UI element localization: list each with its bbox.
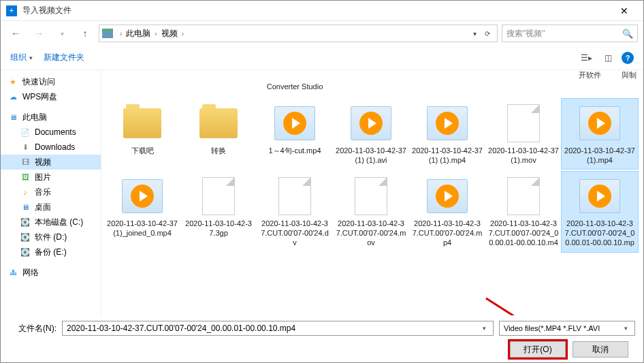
filename-field[interactable]	[67, 323, 479, 333]
file-name: 2020-11-03-10-42-37(1)_joined_0.mp4	[107, 219, 178, 238]
open-button[interactable]: 打开(O)	[510, 341, 566, 358]
file-name: 2020-11-03-10-42-37(1).mov	[488, 146, 559, 165]
breadcrumb-videos[interactable]: 视频	[161, 28, 178, 40]
folder-icon	[195, 103, 242, 144]
sidebar-item-drive-e[interactable]: 💽备份 (E:)	[1, 244, 101, 259]
sidebar-item-pictures[interactable]: 🖼图片	[1, 170, 101, 185]
chevron-down-icon[interactable]: ▾	[469, 30, 481, 37]
sidebar-item-desktop[interactable]: 🖥桌面	[1, 200, 101, 215]
pictures-icon: 🖼	[20, 172, 31, 182]
close-button[interactable]: ✕	[611, 1, 638, 21]
file-name: Converter Studio	[267, 82, 323, 92]
file-item[interactable]: 2020-11-03-10-42-37(1) (1).mp4	[409, 99, 485, 170]
navigation-sidebar: ★快速访问 ☁WPS网盘 🖥此电脑 📄Documents ⬇Downloads …	[1, 70, 101, 315]
new-folder-button[interactable]: 新建文件夹	[44, 52, 84, 63]
help-icon[interactable]: ?	[622, 52, 634, 64]
file-name: 2020-11-03-10-42-37.CUT.00'07-00'24_00.0…	[564, 219, 635, 248]
nav-recent-button[interactable]: ▾	[52, 25, 71, 42]
file-item[interactable]: 1～4句-cut.mp4	[257, 99, 333, 170]
sidebar-item-drive-c[interactable]: 💽本地磁盘 (C:)	[1, 215, 101, 230]
chevron-down-icon: ▾	[621, 325, 630, 332]
pc-icon: 🖥	[7, 112, 18, 122]
document-icon: 📄	[20, 127, 31, 137]
media-icon	[271, 103, 319, 144]
partial-text: 开软件	[579, 70, 601, 80]
cancel-button[interactable]: 取消	[573, 341, 628, 358]
desktop-icon: 🖥	[20, 202, 31, 212]
file-item[interactable]: 下载吧	[104, 99, 180, 170]
sidebar-item-wps[interactable]: ☁WPS网盘	[1, 89, 101, 104]
chevron-right-icon: ›	[180, 30, 185, 37]
file-name: 2020-11-03-10-42-37.CUT.00'07-00'24.mov	[336, 219, 406, 247]
sidebar-item-music[interactable]: ♪音乐	[1, 185, 101, 200]
svg-line-0	[486, 298, 598, 315]
media-icon	[118, 176, 166, 217]
file-item[interactable]: 2020-11-03-10-42-37(1).mov	[485, 99, 562, 170]
media-icon	[347, 103, 395, 144]
filetype-dropdown[interactable]: Video files(*.MP4 *.FLV *.AVI ▾	[499, 321, 635, 336]
videos-location-icon	[102, 29, 113, 38]
file-item[interactable]: 2020-11-03-10-42-37.CUT.00'07-00'24.mov	[333, 172, 409, 252]
download-icon: ⬇	[20, 142, 31, 152]
blank-icon	[195, 176, 242, 217]
file-item[interactable]: Converter Studio	[257, 70, 333, 96]
music-icon: ♪	[20, 187, 31, 197]
nav-up-button[interactable]: ↑	[76, 25, 95, 42]
file-name: 1～4句-cut.mp4	[268, 146, 321, 156]
file-name: 2020-11-03-10-42-37(1).mp4	[564, 146, 635, 165]
sidebar-item-network[interactable]: 🖧网络	[1, 265, 101, 280]
sidebar-item-quick-access[interactable]: ★快速访问	[1, 74, 101, 89]
file-name: 2020-11-03-10-42-37.3gp	[183, 219, 254, 238]
file-name: 2020-11-03-10-42-37.CUT.00'07-00'24.mp4	[412, 219, 483, 247]
sidebar-item-videos[interactable]: 🎞视频	[1, 155, 101, 170]
nav-forward-button[interactable]: →	[29, 25, 48, 42]
file-name: 2020-11-03-10-42-37(1) (1).avi	[336, 146, 406, 165]
media-icon	[576, 103, 624, 144]
file-name: 2020-11-03-10-42-37.CUT.00'07-00'24_00.0…	[488, 219, 559, 248]
file-name: 2020-11-03-10-42-37(1) (1).mp4	[412, 146, 483, 165]
file-item[interactable]: 2020-11-03-10-42-37.CUT.00'07-00'24.dv	[257, 172, 333, 252]
file-item[interactable]: 2020-11-03-10-42-37.3gp	[180, 172, 257, 252]
blank-icon	[500, 176, 547, 217]
organize-menu[interactable]: 组织 ▾	[10, 52, 33, 63]
file-item[interactable]: 2020-11-03-10-42-37(1)_joined_0.mp4	[104, 172, 180, 252]
view-options-icon[interactable]: ☰▸	[578, 51, 594, 65]
chevron-down-icon[interactable]: ▾	[479, 325, 489, 332]
file-name: 转换	[211, 146, 226, 156]
file-item[interactable]: 2020-11-03-10-42-37.CUT.00'07-00'24_00.0…	[485, 172, 562, 252]
folder-icon	[118, 103, 166, 144]
cloud-icon: ☁	[7, 92, 18, 101]
partial-text: 與制	[622, 70, 637, 80]
preview-pane-icon[interactable]: ◫	[600, 51, 616, 65]
sidebar-item-drive-d[interactable]: 💽软件 (D:)	[1, 230, 101, 244]
nav-back-button[interactable]: ←	[6, 25, 25, 42]
chevron-right-icon: ›	[153, 30, 158, 37]
window-title: 导入视频文件	[22, 5, 71, 16]
sidebar-item-downloads[interactable]: ⬇Downloads	[1, 140, 101, 155]
file-pane[interactable]: Converter Studio下载吧转换1～4句-cut.mp42020-11…	[101, 70, 643, 315]
media-icon	[576, 176, 624, 217]
app-icon: +	[6, 5, 17, 16]
file-item[interactable]: 2020-11-03-10-42-37(1) (1).avi	[333, 99, 409, 170]
annotation-arrow	[483, 295, 619, 315]
file-name: 下载吧	[131, 146, 154, 156]
file-item[interactable]: 2020-11-03-10-42-37(1).mp4	[562, 99, 638, 170]
refresh-icon[interactable]: ⟳	[481, 30, 494, 37]
sidebar-item-documents[interactable]: 📄Documents	[1, 125, 101, 140]
search-icon[interactable]: 🔍	[622, 29, 633, 39]
breadcrumb-pc[interactable]: 此电脑	[126, 28, 150, 40]
sidebar-item-this-pc[interactable]: 🖥此电脑	[1, 110, 101, 125]
drive-icon: 💽	[20, 232, 31, 242]
media-icon	[423, 176, 471, 217]
media-icon	[423, 103, 471, 144]
drive-icon: 💽	[20, 217, 31, 227]
search-input[interactable]: 🔍	[502, 25, 638, 42]
search-field[interactable]	[506, 29, 622, 38]
network-icon: 🖧	[7, 268, 18, 277]
breadcrumb[interactable]: › 此电脑 › 视频 › ▾⟳	[99, 25, 498, 42]
file-item[interactable]: 转换	[180, 99, 257, 170]
filename-input[interactable]: ▾	[62, 321, 494, 336]
file-item[interactable]: 2020-11-03-10-42-37.CUT.00'07-00'24.mp4	[409, 172, 485, 252]
blank-icon	[500, 103, 547, 144]
file-item[interactable]: 2020-11-03-10-42-37.CUT.00'07-00'24_00.0…	[562, 172, 638, 252]
